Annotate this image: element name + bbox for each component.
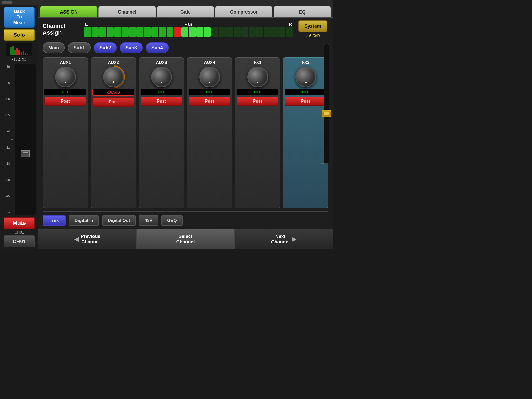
tab-bar: ASSIGN Channel Gate Compressor EQ (38, 5, 332, 18)
assign-btn-sub4[interactable]: Sub4 (146, 42, 169, 53)
assign-btn-sub1[interactable]: Sub1 (68, 42, 91, 53)
assign-btn-main[interactable]: Main (43, 42, 65, 53)
48v-button[interactable]: 48V (139, 215, 158, 226)
fx2-label: FX2 (302, 60, 309, 65)
aux1-post-button[interactable]: Post (44, 97, 86, 106)
fader-track[interactable] (15, 64, 36, 215)
tab-assign[interactable]: ASSIGN (40, 6, 97, 17)
meter-bar-2 (12, 46, 14, 55)
bottom-controls: Link Digital In Digital Out 48V GEQ (38, 213, 332, 228)
fx2-post-button[interactable]: Post (285, 97, 327, 106)
tab-gate[interactable]: Gate (157, 6, 214, 17)
fx1-value: OFF (237, 89, 278, 95)
system-section: System -16.5dB (297, 20, 328, 38)
aux4-value: OFF (189, 89, 230, 95)
meter-bar-4 (16, 48, 18, 55)
fx1-knob-dot (257, 82, 258, 83)
system-button[interactable]: System (298, 20, 327, 32)
next-channel-label: Next Channel (271, 234, 290, 245)
aux4-post-button[interactable]: Post (189, 97, 230, 106)
tab-compressor[interactable]: Compressor (215, 6, 272, 17)
left-sidebar: Back To Mixer Solo -17.5dB 10 6 3.5 0.5 … (0, 5, 38, 249)
pan-section: Channel Assign L Pan R (38, 18, 332, 40)
assign-btn-sub3[interactable]: Sub3 (120, 42, 143, 53)
aux1-knob[interactable] (55, 66, 76, 87)
meter-bar-1 (10, 47, 12, 55)
aux3-knob-container[interactable] (151, 66, 172, 87)
aux2-knob-container[interactable] (103, 66, 124, 87)
right-tick-marks (321, 44, 324, 164)
pan-bar[interactable] (84, 27, 293, 37)
select-channel-button[interactable]: Select Channel (137, 229, 235, 249)
aux-section: AUX1 OFF Post AUX2 -16.5dB Post AUX3 (38, 55, 332, 210)
aux4-knob-dot (209, 82, 210, 83)
aux4-knob-container[interactable] (199, 66, 220, 87)
meter-bar-5 (18, 50, 20, 55)
aux1-label: AUX1 (60, 60, 71, 65)
pan-center-label: Pan (184, 22, 192, 27)
main-content: ASSIGN Channel Gate Compressor EQ Channe… (38, 5, 332, 249)
right-fader-track[interactable] (324, 44, 329, 164)
aux-channel-2[interactable]: AUX2 -16.5dB Post (91, 57, 136, 208)
fx2-knob-container[interactable] (295, 66, 316, 87)
aux1-knob-container[interactable] (55, 66, 76, 87)
meter-bar-7 (23, 51, 24, 55)
meter-bar-8 (25, 53, 26, 55)
system-db-label: -16.5dB (305, 34, 320, 38)
previous-channel-button[interactable]: ◀ Previous Channel (38, 229, 137, 249)
tab-channel[interactable]: Channel (98, 6, 156, 17)
aux3-value: OFF (141, 89, 182, 95)
pan-bar-container[interactable]: L Pan R (84, 22, 293, 37)
link-button[interactable]: Link (43, 215, 66, 226)
aux4-knob[interactable] (199, 66, 220, 87)
aux-channel-4[interactable]: AUX4 OFF Post (187, 57, 232, 208)
assign-buttons-row: Main Sub1 Sub2 Sub3 Sub4 (38, 40, 332, 55)
fx2-value: OFF (285, 89, 327, 95)
pan-lr-labels: L Pan R (84, 22, 293, 27)
channel-label: CH01 (15, 230, 24, 234)
fx-channel-1[interactable]: FX1 OFF Post (235, 57, 280, 208)
mute-button[interactable]: Mute (4, 217, 35, 229)
digital-out-button[interactable]: Digital Out (102, 215, 136, 226)
fx2-knob[interactable] (295, 66, 316, 87)
fx1-post-button[interactable]: Post (237, 97, 278, 106)
aux2-knob-dot (112, 81, 114, 83)
aux2-label: AUX2 (108, 60, 119, 65)
pan-left-label: L (85, 22, 88, 27)
aux-channel-3[interactable]: AUX3 OFF Post (139, 57, 184, 208)
pan-right-label: R (289, 22, 292, 27)
aux2-knob[interactable] (103, 66, 124, 87)
geq-button[interactable]: GEQ (161, 215, 183, 226)
aux1-knob-dot (65, 82, 66, 83)
assign-btn-sub2[interactable]: Sub2 (94, 42, 117, 53)
top-bar (0, 0, 332, 5)
next-channel-button[interactable]: Next Channel ▶ (235, 229, 332, 249)
ch01-button[interactable]: CH01 (4, 235, 35, 247)
previous-channel-label: Previous Channel (81, 234, 101, 245)
meter-bar-9 (27, 54, 28, 55)
aux2-post-button[interactable]: Post (92, 97, 134, 107)
tick-marks (11, 64, 14, 215)
back-to-mixer-button[interactable]: Back To Mixer (4, 7, 35, 28)
fader-thumb[interactable] (21, 150, 30, 157)
meter-bar-3 (14, 50, 16, 55)
aux3-post-button[interactable]: Post (141, 97, 182, 106)
aux-channel-1[interactable]: AUX1 OFF Post (43, 57, 88, 208)
aux4-label: AUX4 (204, 60, 215, 65)
select-channel-label: Select Channel (176, 234, 195, 245)
right-fader-thumb[interactable] (322, 110, 331, 117)
aux3-knob[interactable] (151, 66, 172, 87)
tab-eq[interactable]: EQ (274, 6, 331, 17)
aux3-label: AUX3 (156, 60, 167, 65)
next-arrow-icon: ▶ (292, 236, 296, 243)
fader-scale: 10 6 3.5 0.5 -4 -11 -18 -30 -45 -∞ (3, 64, 10, 215)
fx1-knob-container[interactable] (247, 66, 268, 87)
bottom-nav: ◀ Previous Channel Select Channel Next C… (38, 229, 332, 249)
digital-in-button[interactable]: Digital In (69, 215, 99, 226)
solo-button[interactable]: Solo (4, 29, 35, 41)
aux1-value: OFF (44, 89, 86, 95)
fx1-knob[interactable] (247, 66, 268, 87)
aux3-knob-dot (161, 82, 162, 83)
fader-section: 10 6 3.5 0.5 -4 -11 -18 -30 -45 -∞ (0, 62, 38, 217)
top-bar-handle (2, 1, 12, 4)
